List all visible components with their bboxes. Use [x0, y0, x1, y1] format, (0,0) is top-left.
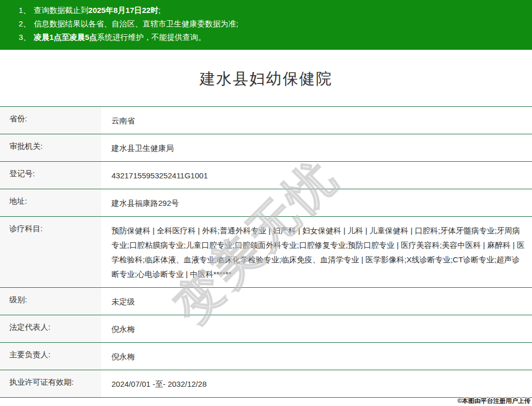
row-label: 执业许可证有效期:: [0, 370, 101, 397]
row-label: 审批机关:: [0, 134, 101, 161]
notice-text-bold: 2025年8月17日22时: [88, 6, 158, 15]
row-value: 建水县福康路292号: [101, 189, 532, 216]
table-row-approval-authority: 审批机关: 建水县卫生健康局: [0, 134, 532, 162]
table-row-legal-representative: 法定代表人: 倪永梅: [0, 315, 532, 343]
notice-line-3: 3、凌晨1点至凌晨5点系统进行维护，不能提供查询。: [0, 31, 532, 44]
notice-text-bold: 凌晨1点至凌晨5点: [34, 33, 97, 41]
row-label: 诊疗科目:: [0, 217, 101, 287]
notice-line-number: 1、: [19, 6, 31, 15]
upload-credit-badge: ©本图由平台注册用户上传: [457, 397, 530, 405]
notice-line-number: 2、: [19, 19, 31, 28]
notice-banner: 1、查询数据截止到2025年8月17日22时; 2、信息数据结果以各省、自治区、…: [0, 0, 532, 50]
notice-text: 查询数据截止到: [34, 6, 88, 15]
row-value: 倪永梅: [101, 315, 532, 342]
table-row-license-validity: 执业许可证有效期: 2024/07/01 -至- 2032/12/28: [0, 370, 532, 398]
table-row-medical-subjects: 诊疗科目: 预防保健科 | 全科医疗科 | 外科;普通外科专业 | 妇产科 | …: [0, 217, 532, 288]
row-value: 43217155953252411G1001: [101, 162, 532, 189]
table-row-province: 省份: 云南省: [0, 107, 532, 134]
row-label: 省份:: [0, 107, 101, 134]
notice-text: ;: [158, 6, 160, 15]
row-label: 级别:: [0, 288, 101, 315]
row-value: 预防保健科 | 全科医疗科 | 外科;普通外科专业 | 妇产科 | 妇女保健科 …: [101, 217, 532, 287]
row-value: 建水县卫生健康局: [101, 134, 532, 161]
notice-text: 系统进行维护，不能提供查询。: [97, 33, 206, 41]
table-row-registration-number: 登记号: 43217155953252411G1001: [0, 162, 532, 189]
row-value: 2024/07/01 -至- 2032/12/28: [101, 370, 532, 397]
row-value: 云南省: [101, 107, 532, 134]
notice-line-number: 3、: [19, 33, 31, 41]
notice-line-2: 2、信息数据结果以各省、自治区、直辖市卫生健康委数据为准;: [0, 17, 532, 31]
row-label: 主要负责人:: [0, 343, 101, 370]
page-title: 建水县妇幼保健院: [0, 68, 532, 90]
table-row-principal: 主要负责人: 倪永梅: [0, 343, 532, 370]
notice-line-1: 1、查询数据截止到2025年8月17日22时;: [0, 4, 532, 17]
row-label: 法定代表人:: [0, 315, 101, 342]
row-value: 未定级: [101, 288, 532, 315]
row-label: 登记号:: [0, 162, 101, 189]
institution-info-table: 省份: 云南省 审批机关: 建水县卫生健康局 登记号: 432171559532…: [0, 106, 532, 398]
row-label: 地址:: [0, 189, 101, 216]
table-row-level: 级别: 未定级: [0, 288, 532, 315]
table-row-address: 地址: 建水县福康路292号: [0, 189, 532, 217]
row-value: 倪永梅: [101, 343, 532, 370]
notice-text: 信息数据结果以各省、自治区、直辖市卫生健康委数据为准;: [34, 19, 238, 28]
